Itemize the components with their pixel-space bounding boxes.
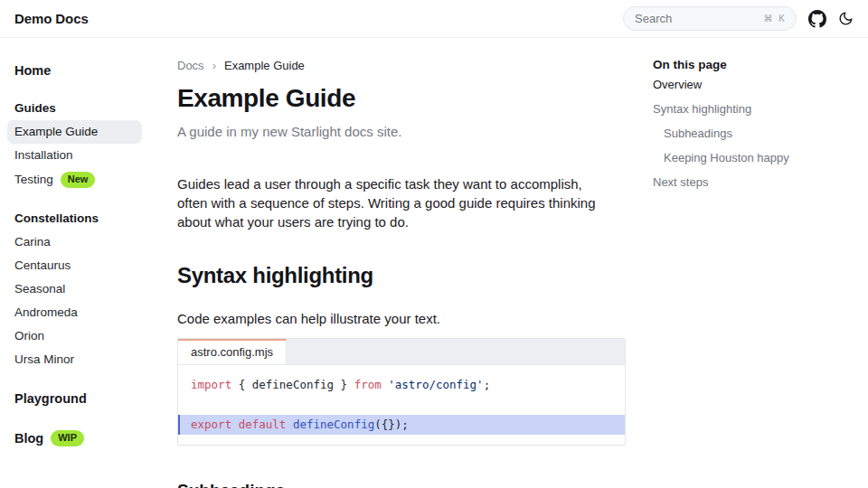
table-of-contents: On this page Overview Syntax highlightin… (653, 38, 854, 488)
sidebar-group-constellations: Constellations (7, 207, 142, 230)
sidebar-item-label: Example Guide (14, 125, 98, 139)
sidebar-item-centaurus[interactable]: Centaurus (7, 254, 142, 277)
toc-title: On this page (653, 58, 854, 71)
sidebar-item-label: Seasonal (14, 282, 65, 296)
code-tab-bar: astro.config.mjs (178, 339, 625, 365)
sidebar-item-playground[interactable]: Playground (7, 387, 142, 410)
sidebar-item-testing[interactable]: Testing New (7, 167, 142, 192)
sidebar-item-label: Ursa Minor (14, 352, 74, 367)
code-body: import { defineConfig } from 'astro/conf… (178, 365, 625, 445)
sidebar-group-label: Guides (14, 101, 56, 116)
toc-item-keeping-houston-happy[interactable]: Keeping Houston happy (653, 147, 854, 169)
theme-toggle-button[interactable] (838, 11, 854, 26)
sidebar-item-home[interactable]: Home (7, 59, 142, 82)
sidebar-item-label: Carina (14, 235, 51, 249)
page-layout: Home Guides Example Guide Installation T… (0, 38, 868, 488)
sidebar-item-ursa-minor[interactable]: Ursa Minor (7, 348, 142, 371)
toc-item-overview[interactable]: Overview (653, 74, 854, 96)
syntax-section-paragraph: Code examples can help illustrate your t… (177, 311, 626, 326)
toc-item-subheadings[interactable]: Subheadings (653, 123, 854, 145)
toc-item-next-steps[interactable]: Next steps (653, 172, 854, 193)
new-badge: New (61, 172, 96, 188)
toc-item-syntax-highlighting[interactable]: Syntax highlighting (653, 99, 854, 120)
sidebar-nav: Home Guides Example Guide Installation T… (0, 38, 172, 488)
sidebar-group-guides: Guides (7, 97, 142, 120)
heading-syntax-highlighting: Syntax highlighting (177, 263, 626, 288)
breadcrumb-current: Example Guide (224, 59, 305, 72)
site-header: Demo Docs Search ⌘ K (0, 0, 868, 38)
sidebar-item-seasonal[interactable]: Seasonal (7, 277, 142, 301)
moon-icon (838, 11, 854, 26)
sidebar-item-installation[interactable]: Installation (7, 144, 142, 167)
wip-badge: WIP (51, 430, 84, 446)
search-input[interactable]: Search ⌘ K (623, 6, 797, 31)
code-tab-astro-config[interactable]: astro.config.mjs (178, 339, 287, 364)
sidebar-item-label: Testing (14, 173, 53, 187)
github-link[interactable] (808, 10, 826, 28)
code-line (178, 395, 625, 415)
sidebar-item-orion[interactable]: Orion (7, 324, 142, 348)
sidebar-item-label: Andromeda (14, 305, 78, 320)
main-content: Docs › Example Guide Example Guide A gui… (172, 38, 626, 488)
page-subtitle: A guide in my new Starlight docs site. (177, 124, 626, 139)
page-title: Example Guide (177, 84, 626, 113)
sidebar-item-blog[interactable]: Blog WIP (7, 426, 142, 451)
code-line: import { defineConfig } from 'astro/conf… (178, 375, 625, 395)
heading-subheadings: Subheadings (177, 481, 626, 488)
chevron-right-icon: › (212, 59, 216, 72)
code-block: astro.config.mjs import { defineConfig }… (177, 338, 626, 446)
sidebar-item-label: Playground (14, 391, 87, 406)
sidebar-item-example-guide[interactable]: Example Guide (7, 120, 142, 144)
sidebar-item-label: Installation (14, 148, 73, 163)
search-placeholder: Search (635, 12, 672, 25)
header-actions: Search ⌘ K (623, 6, 854, 31)
sidebar-item-label: Centaurus (14, 258, 71, 273)
breadcrumb-link-docs[interactable]: Docs (177, 59, 204, 72)
sidebar-group-label: Constellations (14, 211, 99, 226)
github-icon (808, 10, 826, 28)
sidebar-item-carina[interactable]: Carina (7, 230, 142, 254)
sidebar-item-label: Blog (14, 431, 43, 446)
sidebar-item-andromeda[interactable]: Andromeda (7, 301, 142, 324)
intro-paragraph: Guides lead a user through a specific ta… (177, 174, 611, 231)
breadcrumb: Docs › Example Guide (177, 59, 626, 72)
search-shortcut-kbd: ⌘ K (764, 14, 787, 23)
sidebar-item-label: Orion (14, 329, 44, 343)
site-title[interactable]: Demo Docs (14, 11, 89, 26)
sidebar-item-label: Home (14, 63, 51, 78)
code-line-highlighted: export default defineConfig({}); (178, 415, 625, 435)
